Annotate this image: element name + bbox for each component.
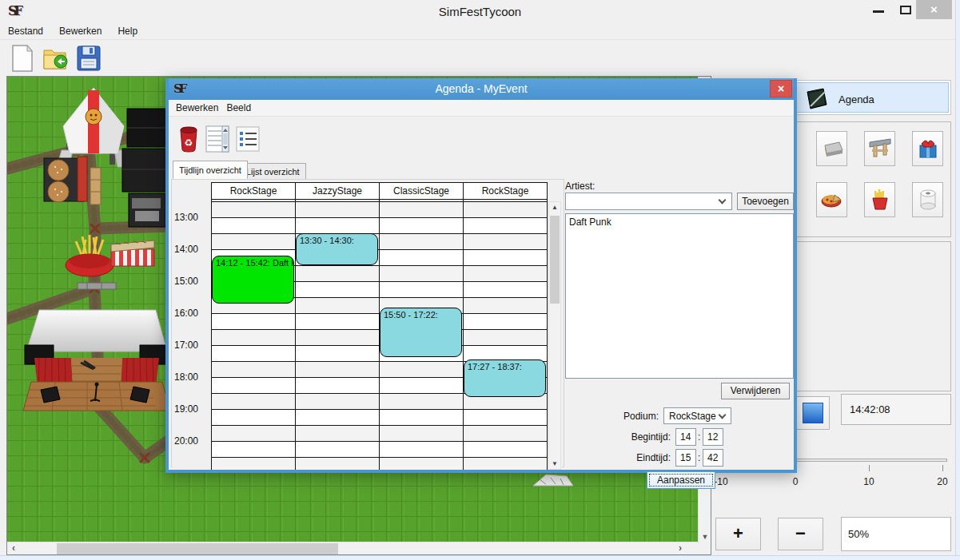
eindtijd-label: Eindtijd: xyxy=(613,452,671,463)
scroll-down-icon[interactable]: ▼ xyxy=(549,460,560,467)
shop-icon-grid xyxy=(816,131,944,219)
dialog-titlebar[interactable]: SF Agenda - MyEvent × xyxy=(169,78,794,100)
zoom-in-button[interactable]: + xyxy=(715,518,761,550)
sidebar-item-label: Agenda xyxy=(839,93,874,105)
agenda-dialog: SF Agenda - MyEvent × BewerkenBeeld ♻ xyxy=(165,78,797,473)
open-file-button[interactable] xyxy=(42,44,70,73)
save-file-button[interactable] xyxy=(75,44,104,73)
chevron-down-icon xyxy=(719,197,727,205)
schedule-scrollbar[interactable]: ▲ ▼ xyxy=(548,201,561,470)
list-view-icon xyxy=(236,126,260,152)
end-min-field[interactable]: 42 xyxy=(703,449,723,467)
artist-list: Daft Punk xyxy=(565,213,794,379)
time-label: 18:00 xyxy=(174,371,198,383)
zoom-level: 50% xyxy=(841,517,951,551)
speed-slider-scale: -1001020 xyxy=(717,476,957,489)
maximize-button[interactable] xyxy=(900,6,911,14)
main-stage[interactable] xyxy=(23,310,170,411)
dialog-menubar: BewerkenBeeld xyxy=(169,100,794,117)
time-colon: : xyxy=(698,431,700,443)
trash-icon: ♻ xyxy=(177,125,200,153)
main-toolbar xyxy=(0,40,960,76)
time-label: 19:00 xyxy=(174,403,198,415)
time-label: 15:00 xyxy=(174,276,198,287)
dialog-menu-bewerken[interactable]: Bewerken xyxy=(169,100,225,113)
slider-tick-label: -10 xyxy=(714,476,727,487)
remove-artist-button[interactable]: Verwijderen xyxy=(721,383,790,399)
schedule-event[interactable]: 17:27 - 18:37: xyxy=(464,359,546,397)
shop-button-gift[interactable] xyxy=(912,131,943,166)
pizza-icon xyxy=(820,190,844,209)
begin-min-field[interactable]: 12 xyxy=(703,428,723,446)
shop-button-stage-kit[interactable] xyxy=(864,131,895,166)
schedule-event[interactable]: 14:12 - 15:42: Daft Punk xyxy=(212,256,294,304)
agenda-book-icon xyxy=(804,87,830,111)
delete-trash-button[interactable]: ♻ xyxy=(175,124,202,154)
window-bottom-border xyxy=(0,555,960,560)
shop-button-toilet-paper[interactable] xyxy=(912,182,943,217)
slider-tick-label: 10 xyxy=(863,476,874,487)
scrollbar-thumb[interactable] xyxy=(57,543,338,554)
add-artist-button[interactable]: Toevoegen xyxy=(737,193,794,210)
shop-button-road-tile[interactable] xyxy=(816,131,847,166)
bar-table[interactable] xyxy=(90,168,101,205)
scroll-left-icon[interactable]: ‹ xyxy=(7,542,20,555)
window-right-border xyxy=(955,0,960,560)
game-clock: 14:42:08 xyxy=(841,394,951,425)
window-titlebar: SF SimFestTycoon × xyxy=(0,0,960,22)
apply-button[interactable]: Aanpassen xyxy=(647,471,715,489)
stage-kit-icon xyxy=(868,137,892,160)
menu-bestand[interactable]: Bestand xyxy=(0,22,51,37)
tab-tijdlijn-overzicht[interactable]: Tijdlijn overzicht xyxy=(173,161,248,179)
podium-combobox[interactable]: RockStage xyxy=(663,407,731,424)
artist-combobox[interactable] xyxy=(565,193,732,210)
timeline-view-icon xyxy=(205,125,229,153)
schedule-grid: ▲ ▼ RockStageJazzyStageClassicStageRockS… xyxy=(173,182,562,470)
fries-icon xyxy=(870,189,890,211)
map-horizontal-scrollbar[interactable]: ‹ › xyxy=(7,542,699,554)
open-file-icon xyxy=(42,44,70,73)
column-header: ClassicStage xyxy=(379,182,464,200)
scroll-right-icon[interactable]: › xyxy=(674,542,687,555)
market-stall[interactable] xyxy=(111,240,154,266)
new-file-button[interactable] xyxy=(10,44,38,73)
road-tile-icon xyxy=(820,139,844,158)
dialog-title: Agenda - MyEvent xyxy=(169,82,794,95)
shop-button-fries[interactable] xyxy=(864,182,895,217)
play-pause-button[interactable] xyxy=(796,396,830,430)
column-header: RockStage xyxy=(211,182,296,200)
minimize-button[interactable] xyxy=(873,10,884,13)
toilet-paper-icon xyxy=(918,189,938,211)
time-colon: : xyxy=(698,452,700,463)
artist-label: Artiest: xyxy=(565,181,595,192)
new-file-icon xyxy=(10,44,35,73)
slider-tick-label: 0 xyxy=(793,476,799,487)
slider-tick xyxy=(942,465,943,471)
timeline-view-button[interactable] xyxy=(204,124,231,154)
time-label: 17:00 xyxy=(174,340,198,351)
begin-hour-field[interactable]: 14 xyxy=(675,428,696,446)
menu-help[interactable]: Help xyxy=(110,22,145,37)
scroll-down-icon[interactable]: ▼ xyxy=(699,530,711,543)
sound-tower[interactable] xyxy=(122,109,170,227)
dialog-menu-beeld[interactable]: Beeld xyxy=(225,100,257,113)
end-hour-field[interactable]: 15 xyxy=(675,449,696,467)
scrollbar-thumb[interactable] xyxy=(550,216,560,304)
schedule-event[interactable]: 15:50 - 17:22: xyxy=(380,308,462,356)
grid-line xyxy=(463,200,464,470)
dialog-close-button[interactable]: × xyxy=(770,80,792,97)
shop-button-pizza[interactable] xyxy=(816,182,847,217)
tab-lijst-overzicht[interactable]: Lijst overzicht xyxy=(241,163,306,181)
time-label: 16:00 xyxy=(174,308,198,319)
list-view-button[interactable] xyxy=(234,124,261,154)
scroll-up-icon[interactable]: ▲ xyxy=(549,204,560,211)
save-file-icon xyxy=(75,44,102,73)
close-button[interactable]: × xyxy=(916,0,952,19)
zoom-out-button[interactable]: − xyxy=(778,518,823,550)
grid-line xyxy=(211,200,212,470)
artist-list-item[interactable]: Daft Punk xyxy=(566,214,793,228)
menu-bewerken[interactable]: Bewerken xyxy=(51,22,110,37)
schedule-event[interactable]: 13:30 - 14:30: xyxy=(296,233,378,265)
burger-stand[interactable] xyxy=(44,157,87,202)
svg-text:♻: ♻ xyxy=(185,137,193,149)
